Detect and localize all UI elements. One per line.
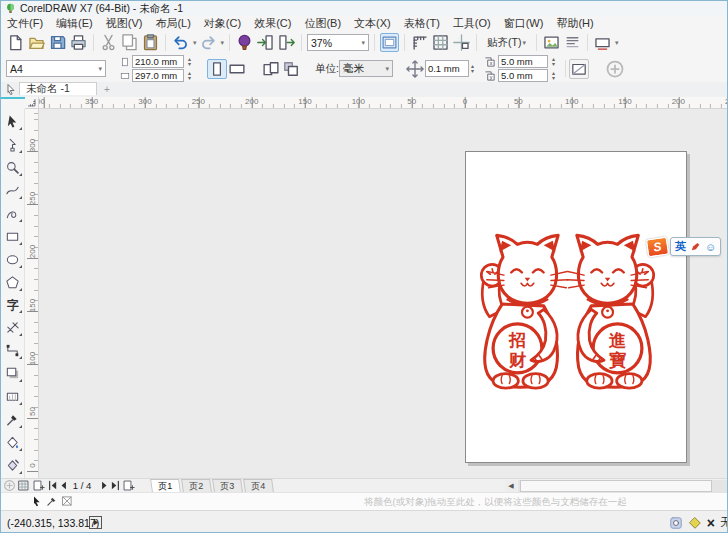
menu-item[interactable]: 效果(C) <box>254 16 291 31</box>
duplicate-distance-y-field[interactable]: 5.0 mm <box>498 69 548 82</box>
import-button[interactable] <box>256 33 275 52</box>
show-grid-button[interactable] <box>431 33 450 52</box>
all-pages-button[interactable] <box>261 59 281 79</box>
ime-smiley-icon[interactable]: ☺ <box>705 241 716 253</box>
page-tab[interactable]: 页2 <box>181 479 212 492</box>
sogou-logo[interactable]: S <box>646 236 669 257</box>
menu-item[interactable]: 窗口(W) <box>504 16 544 31</box>
menu-item[interactable]: 对象(C) <box>204 16 241 31</box>
open-button[interactable] <box>27 33 46 52</box>
menu-item[interactable]: 文件(F) <box>7 16 43 31</box>
color-eyedropper-tool[interactable] <box>3 409 23 430</box>
ime-toolbar[interactable]: S 英 ☺ <box>647 237 721 256</box>
units-combo[interactable]: 毫米 ▾ <box>339 60 393 77</box>
page-height-field[interactable]: 297.0 mm <box>132 69 184 82</box>
text-tool[interactable]: 字 <box>3 295 23 316</box>
show-rulers-button[interactable] <box>410 33 429 52</box>
zoom-level-combo[interactable]: 37% ▾ <box>307 34 369 51</box>
ime-pen-icon[interactable] <box>690 241 701 252</box>
document-options-button[interactable] <box>563 33 582 52</box>
rectangle-tool[interactable] <box>3 226 23 247</box>
document-tab[interactable]: 未命名 -1 <box>19 82 97 95</box>
freehand-tool[interactable] <box>3 180 23 201</box>
options-button[interactable] <box>542 33 561 52</box>
export-button[interactable] <box>277 33 296 52</box>
menu-item[interactable]: 视图(V) <box>106 16 143 31</box>
portrait-button[interactable] <box>207 59 227 79</box>
scroll-left-button[interactable]: ◀ <box>505 480 517 492</box>
redo-button[interactable] <box>199 33 218 52</box>
interactive-fill-tool[interactable] <box>3 432 23 453</box>
ime-mode-indicator[interactable]: 英 <box>675 239 686 254</box>
menu-item[interactable]: 位图(B) <box>304 16 341 31</box>
artistic-media-tool[interactable] <box>3 203 23 224</box>
polygon-tool[interactable] <box>3 272 23 293</box>
landscape-button[interactable] <box>227 59 247 79</box>
smart-fill-tool[interactable] <box>3 455 23 476</box>
vertical-ruler[interactable]: 300250200150100500 <box>25 109 39 478</box>
paste-button[interactable] <box>141 33 160 52</box>
print-button[interactable] <box>69 33 88 52</box>
add-page-after-button[interactable] <box>122 479 135 492</box>
lucky-cat-left[interactable]: 招 财 <box>475 228 569 391</box>
add-page-before-button[interactable] <box>32 479 45 492</box>
shape-tool[interactable] <box>3 134 23 155</box>
ruler-origin-button[interactable] <box>25 97 39 109</box>
horizontal-ruler[interactable]: 40035030025020015010050050100150200250 <box>39 97 727 109</box>
connector-tool[interactable] <box>3 340 23 361</box>
palette-eyedropper-icon[interactable] <box>46 495 58 507</box>
fill-color-icon[interactable] <box>688 516 702 530</box>
ellipse-tool[interactable] <box>3 249 23 270</box>
current-page-button[interactable] <box>281 59 301 79</box>
save-button[interactable] <box>48 33 67 52</box>
fullscreen-preview-button[interactable] <box>380 33 399 52</box>
menu-item[interactable]: 编辑(E) <box>56 16 93 31</box>
pick-tool[interactable] <box>3 111 23 132</box>
canvas[interactable]: 招 财 進 寶 S 英 ☺ <box>39 109 727 478</box>
page-tab[interactable]: 页1 <box>150 479 181 492</box>
nudge-offset-field[interactable]: 0.1 mm <box>425 60 469 77</box>
treat-as-filled-button[interactable] <box>569 59 589 79</box>
zoom-tool[interactable] <box>3 157 23 178</box>
page-height-spinner[interactable]: ▴▾ <box>188 71 191 81</box>
cut-button[interactable] <box>99 33 118 52</box>
application-launcher-button[interactable] <box>593 33 612 52</box>
duplicate-y-spinner[interactable]: ▴▾ <box>552 71 555 81</box>
last-page-button[interactable] <box>109 479 122 492</box>
palette-pick-icon[interactable] <box>31 495 43 507</box>
redo-dropdown-caret[interactable]: ▾ <box>221 39 225 47</box>
menu-item[interactable]: 表格(T) <box>404 16 440 31</box>
page-tab[interactable]: 页3 <box>212 479 243 492</box>
menu-item[interactable]: 工具(O) <box>453 16 491 31</box>
horizontal-scrollbar-thumb[interactable] <box>520 480 712 492</box>
new-document-button[interactable] <box>6 33 25 52</box>
lucky-cat-right[interactable]: 進 寶 <box>566 228 660 391</box>
run-macro-icon[interactable] <box>89 516 102 529</box>
customize-toolbox-button[interactable] <box>3 479 16 492</box>
duplicate-distance-x-field[interactable]: 5.0 mm <box>498 55 548 68</box>
parallel-dimension-tool[interactable] <box>3 317 23 338</box>
menu-item[interactable]: 帮助(H) <box>556 16 593 31</box>
menu-item[interactable]: 文本(X) <box>354 16 391 31</box>
undo-dropdown-caret[interactable]: ▾ <box>193 39 197 47</box>
page-sorter-icon[interactable] <box>17 479 30 492</box>
undo-button[interactable] <box>171 33 190 52</box>
transparency-tool[interactable] <box>3 386 23 407</box>
page-tab[interactable]: 页4 <box>243 479 274 492</box>
nudge-spinner[interactable]: ▴▾ <box>471 64 474 74</box>
add-property-button[interactable] <box>605 59 625 79</box>
drop-shadow-tool[interactable] <box>3 363 23 384</box>
page[interactable]: 招 财 進 寶 <box>465 151 687 463</box>
title-bar[interactable]: CorelDRAW X7 (64-Bit) - 未命名 -1 <box>1 1 727 16</box>
page-size-combo[interactable]: A4 ▾ <box>6 60 106 77</box>
page-width-field[interactable]: 210.0 mm <box>132 55 184 68</box>
show-guidelines-button[interactable] <box>452 33 471 52</box>
welcome-screen-button[interactable] <box>235 33 254 52</box>
duplicate-x-spinner[interactable]: ▴▾ <box>552 57 555 67</box>
document-info-icon[interactable] <box>669 516 683 530</box>
copy-button[interactable] <box>120 33 139 52</box>
horizontal-scrollbar[interactable] <box>518 480 727 492</box>
new-tab-button[interactable]: + <box>101 84 113 95</box>
page-width-spinner[interactable]: ▴▾ <box>188 57 191 67</box>
menu-item[interactable]: 布局(L) <box>155 16 190 31</box>
